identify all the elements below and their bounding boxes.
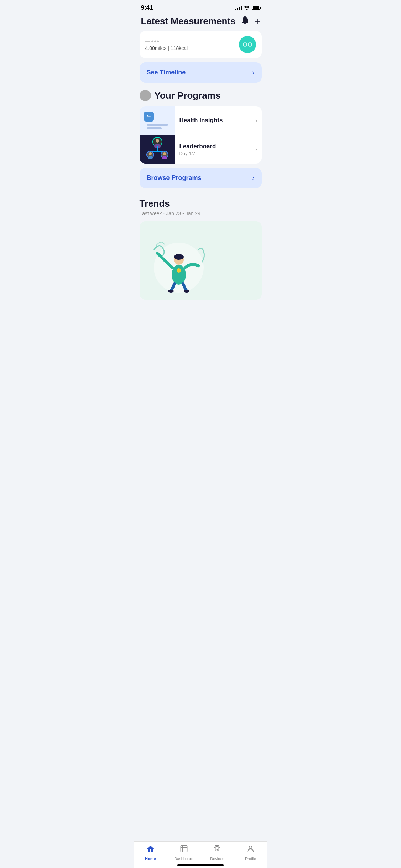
status-icons xyxy=(235,5,260,11)
trends-card[interactable] xyxy=(140,221,262,300)
svg-point-1 xyxy=(248,43,252,46)
svg-point-23 xyxy=(177,268,181,273)
programs-list: Health Insights › xyxy=(140,106,262,164)
health-icon xyxy=(144,112,154,122)
leaderboard-program-info: Leaderboard Day 1/7 - › xyxy=(175,138,262,161)
svg-rect-4 xyxy=(147,118,149,118)
activity-info: — ●●● 4.00miles | 118kcal xyxy=(145,38,188,51)
leaderboard-thumbnail xyxy=(140,135,175,164)
activity-card: — ●●● 4.00miles | 118kcal xyxy=(140,31,262,58)
svg-point-21 xyxy=(168,290,174,293)
notification-icon[interactable] xyxy=(241,16,249,27)
status-bar: 9:41 xyxy=(134,0,267,13)
leaderboard-program-sub: Day 1/7 - xyxy=(179,151,216,156)
browse-btn-label: Browse Programs xyxy=(147,174,202,182)
trends-title: Trends xyxy=(140,198,262,209)
leaderboard-chevron-icon: › xyxy=(255,146,257,153)
svg-point-7 xyxy=(156,139,159,143)
signal-bars-icon xyxy=(235,5,242,10)
page-header: Latest Measurements + xyxy=(134,13,267,31)
trends-section: Trends Last week · Jan 23 - Jan 29 xyxy=(140,198,262,300)
svg-point-18 xyxy=(172,265,186,285)
health-chevron-icon: › xyxy=(255,117,257,124)
browse-chevron-icon: › xyxy=(252,174,255,182)
svg-point-0 xyxy=(243,43,247,46)
add-icon[interactable]: + xyxy=(255,16,260,27)
program-item-leaderboard[interactable]: Leaderboard Day 1/7 - › xyxy=(140,135,262,164)
section-dot-icon xyxy=(140,90,151,101)
svg-rect-5 xyxy=(147,115,148,116)
battery-icon xyxy=(252,6,260,10)
page-title: Latest Measurements xyxy=(141,16,236,27)
svg-rect-3 xyxy=(147,117,150,118)
programs-section-header: Your Programs xyxy=(140,90,262,101)
health-line-short xyxy=(147,127,162,129)
timeline-btn-label: See Timeline xyxy=(147,69,186,76)
timeline-chevron-icon: › xyxy=(252,69,255,76)
activity-circle xyxy=(239,36,256,53)
browse-programs-button[interactable]: Browse Programs › xyxy=(140,168,262,188)
scroll-content: — ●●● 4.00miles | 118kcal See Timeline ›… xyxy=(134,31,267,337)
status-time: 9:41 xyxy=(141,4,153,11)
activity-title: — ●●● xyxy=(145,38,188,44)
header-actions: + xyxy=(241,16,260,27)
health-line-long xyxy=(147,124,168,126)
programs-title: Your Programs xyxy=(155,90,221,101)
see-timeline-button[interactable]: See Timeline › xyxy=(140,62,262,83)
activity-stats: 4.00miles | 118kcal xyxy=(145,45,188,51)
program-item-health[interactable]: Health Insights › xyxy=(140,106,262,135)
health-thumbnail xyxy=(140,106,175,135)
trends-subtitle: Last week · Jan 23 - Jan 29 xyxy=(140,211,262,216)
svg-point-22 xyxy=(184,290,189,293)
svg-point-20 xyxy=(174,254,184,260)
health-program-name: Health Insights xyxy=(179,117,223,124)
svg-point-15 xyxy=(163,152,166,155)
leaderboard-program-name: Leaderboard xyxy=(179,143,216,150)
svg-point-12 xyxy=(149,152,152,155)
health-program-info: Health Insights › xyxy=(175,112,262,129)
wifi-icon xyxy=(244,5,250,11)
